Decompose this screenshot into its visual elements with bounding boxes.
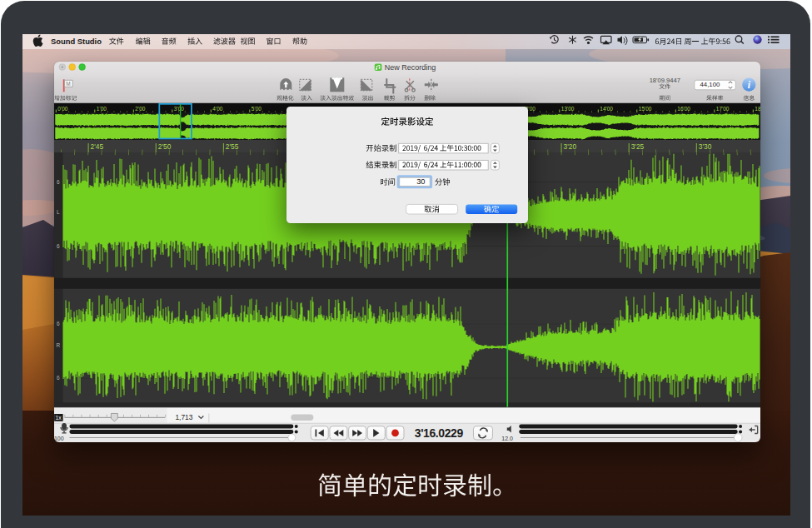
svg-text:Sound Studio: Sound Studio (51, 37, 102, 46)
svg-text:100: 100 (54, 436, 64, 441)
svg-text:L: L (57, 209, 60, 215)
svg-text:6: 6 (57, 321, 60, 327)
svg-text:1x: 1x (55, 415, 62, 421)
svg-text:18'00: 18'00 (755, 106, 761, 112)
svg-text:New Recording: New Recording (384, 63, 435, 72)
svg-text:44,100: 44,100 (700, 82, 720, 89)
svg-text:3'00: 3'00 (173, 106, 183, 112)
svg-text:1'00: 1'00 (96, 106, 106, 112)
svg-text:0'00: 0'00 (57, 106, 67, 112)
svg-text:6: 6 (57, 243, 60, 249)
svg-text:5'00: 5'00 (251, 106, 261, 112)
svg-text:18'09.9447: 18'09.9447 (649, 77, 680, 84)
svg-text:12.0: 12.0 (501, 436, 513, 441)
svg-text:14'00: 14'00 (600, 106, 613, 112)
svg-text:6: 6 (57, 179, 60, 185)
svg-text:1,713: 1,713 (175, 413, 192, 421)
svg-text:2'00: 2'00 (135, 106, 145, 112)
svg-text:M: M (66, 81, 70, 87)
svg-text:15'00: 15'00 (638, 106, 651, 112)
svg-text:13'00: 13'00 (560, 106, 574, 112)
svg-text:4'00: 4'00 (212, 106, 222, 112)
svg-text:30: 30 (416, 177, 425, 186)
svg-text:6: 6 (57, 376, 60, 381)
svg-text:R: R (56, 342, 60, 348)
svg-text:17'00: 17'00 (715, 106, 729, 112)
svg-text:3'16.0229: 3'16.0229 (414, 426, 463, 440)
svg-text:16'00: 16'00 (677, 106, 690, 112)
